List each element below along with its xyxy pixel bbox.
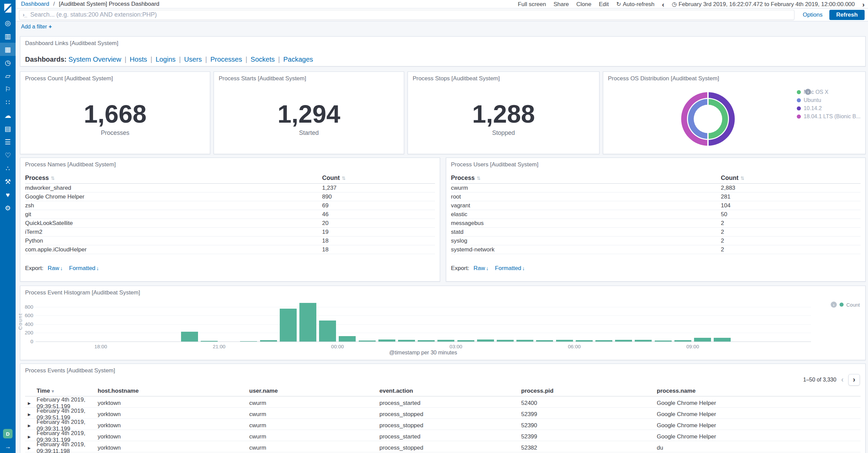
sidebar-item-management[interactable]: ⚙	[0, 201, 16, 214]
sidebar-item-canvas[interactable]: ▱	[0, 69, 16, 82]
sidebar-item-machine-learning[interactable]: ∷	[0, 96, 16, 109]
table-row[interactable]: statd2	[451, 228, 861, 236]
histogram-bar[interactable]	[714, 338, 731, 342]
dashboard-link-system-overview[interactable]: System Overview	[68, 56, 121, 63]
sidebar-item-apm[interactable]: ☰	[0, 135, 16, 148]
legend-item-mac-os-x[interactable]: Mac OS X	[797, 88, 861, 96]
table-row[interactable]: root281	[451, 192, 861, 201]
sidebar-item-graph[interactable]: ∴	[0, 162, 16, 175]
sidebar-item-maps[interactable]: ⚐	[0, 82, 16, 96]
dashboard-link-packages[interactable]: Packages	[283, 56, 313, 63]
table-row[interactable]: ▶February 4th 2019, 09:39:51.199yorktown…	[25, 408, 861, 419]
export-raw-link[interactable]: Raw↓	[474, 265, 489, 271]
sidebar-item-visualize[interactable]: ▥	[0, 29, 16, 43]
table-row[interactable]: iTerm219	[25, 228, 435, 236]
sidebar-item-monitoring[interactable]: ♥	[0, 188, 16, 201]
histogram-bar[interactable]	[181, 332, 198, 342]
histogram-bar[interactable]	[437, 340, 454, 342]
column-event-action[interactable]: event.action	[379, 388, 521, 394]
sidebar-item-infrastructure[interactable]: ☁	[0, 109, 16, 122]
table-row[interactable]: ▶February 4th 2019, 09:39:31.199yorktown…	[25, 419, 861, 430]
full-screen-button[interactable]: Full screen	[518, 1, 546, 8]
share-button[interactable]: Share	[553, 1, 569, 8]
histogram-bar[interactable]	[536, 340, 553, 342]
histogram-bar[interactable]	[457, 340, 474, 342]
search-input[interactable]	[30, 11, 791, 18]
column-time[interactable]: Time▾	[37, 388, 98, 394]
export-formatted-link[interactable]: Formatted↓	[69, 265, 99, 271]
kibana-logo[interactable]	[0, 0, 16, 16]
column-count[interactable]: Count⇅	[721, 174, 861, 182]
table-row[interactable]: vagrant104	[451, 201, 861, 210]
sidebar-collapse-icon[interactable]: →	[0, 443, 16, 450]
sidebar-item-dashboard[interactable]: ▦	[0, 43, 16, 56]
legend-item-10-14-2[interactable]: 10.14.2	[797, 104, 861, 112]
legend-expand-icon[interactable]: ›	[831, 302, 837, 308]
table-row[interactable]: ▶February 4th 2019, 09:39:31.199yorktown…	[25, 430, 861, 441]
column-user-name[interactable]: user.name	[249, 388, 379, 394]
column-count[interactable]: Count⇅	[322, 174, 435, 182]
refresh-button[interactable]: Refresh	[829, 10, 865, 20]
table-row[interactable]: com.apple.iCloudHelper18	[25, 245, 435, 254]
previous-page-button[interactable]: ‹	[841, 375, 844, 384]
histogram-bar[interactable]	[595, 340, 612, 342]
table-row[interactable]: ▶February 4th 2019, 09:39:51.199yorktown…	[25, 396, 861, 408]
legend-item-ubuntu[interactable]: Ubuntu	[797, 96, 861, 104]
histogram-bar[interactable]	[418, 340, 435, 342]
column-process-pid[interactable]: process.pid	[521, 388, 657, 394]
dashboard-link-sockets[interactable]: Sockets	[251, 56, 275, 63]
histogram-bar[interactable]	[615, 340, 632, 342]
legend-item-18-04-1-lts-bionic-b[interactable]: 18.04.1 LTS (Bionic B...	[797, 112, 861, 121]
table-row[interactable]: systemd-network2	[451, 245, 861, 254]
clone-button[interactable]: Clone	[576, 1, 591, 8]
table-row[interactable]: git46	[25, 210, 435, 219]
sidebar-item-discover[interactable]: ◎	[0, 16, 16, 29]
dashboard-link-logins[interactable]: Logins	[156, 56, 176, 63]
table-row[interactable]: syslog2	[451, 236, 861, 245]
table-row[interactable]: elastic50	[451, 210, 861, 219]
column-process-name[interactable]: process.name	[657, 388, 861, 394]
sidebar-item-uptime[interactable]: ♡	[0, 148, 16, 162]
expand-row-icon[interactable]: ▶	[28, 446, 37, 450]
histogram-bar[interactable]	[359, 341, 376, 342]
options-link[interactable]: Options	[803, 12, 823, 18]
dashboard-link-hosts[interactable]: Hosts	[130, 56, 147, 63]
auto-refresh-button[interactable]: ↻Auto-refresh	[616, 1, 655, 8]
histogram-bar[interactable]	[299, 303, 316, 342]
column-process[interactable]: Process⇅	[25, 174, 322, 182]
table-row[interactable]: messagebus2	[451, 219, 861, 228]
histogram-bar[interactable]	[280, 309, 297, 342]
histogram-bar[interactable]	[556, 340, 573, 342]
histogram-plot[interactable]: 020040060080018:0021:0000:0003:0006:0009…	[20, 286, 865, 360]
table-row[interactable]: ▶February 4th 2019, 09:39:11.198yorktown…	[25, 441, 861, 452]
time-range-picker[interactable]: ◷February 3rd 2019, 16:22:07.472 to Febr…	[672, 1, 855, 8]
time-forward-button[interactable]: ›	[862, 0, 865, 8]
next-page-button[interactable]: ›	[848, 374, 860, 386]
edit-button[interactable]: Edit	[599, 1, 609, 8]
histogram-bar[interactable]	[635, 340, 652, 342]
table-row[interactable]: Python18	[25, 236, 435, 245]
dashboard-link-processes[interactable]: Processes	[211, 56, 242, 63]
histogram-bar[interactable]	[516, 340, 533, 342]
histogram-bar[interactable]	[477, 339, 494, 342]
histogram-bar[interactable]	[201, 341, 218, 342]
histogram-bar[interactable]	[398, 340, 415, 342]
expand-row-icon[interactable]: ▶	[28, 424, 37, 428]
histogram-bar[interactable]	[240, 341, 257, 342]
column-host-hostname[interactable]: host.hostname	[98, 388, 249, 394]
histogram-bar[interactable]	[497, 340, 514, 342]
table-row[interactable]: cwurm2,883	[451, 184, 861, 192]
histogram-bar[interactable]	[576, 340, 593, 342]
table-row[interactable]: Google Chrome Helper890	[25, 192, 435, 201]
histogram-bar[interactable]	[694, 338, 711, 342]
histogram-bar[interactable]	[339, 336, 356, 342]
table-row[interactable]: mdworker_shared1,237	[25, 184, 435, 192]
column-process[interactable]: Process⇅	[451, 174, 721, 182]
os-donut-chart[interactable]	[681, 92, 735, 146]
sidebar-item-dev-tools[interactable]: ⚒	[0, 175, 16, 188]
sidebar-item-timelion[interactable]: ◷	[0, 56, 16, 69]
breadcrumb-dashboard-link[interactable]: Dashboard	[21, 1, 49, 7]
histogram-bar[interactable]	[655, 341, 672, 342]
histogram-bar[interactable]	[378, 339, 395, 342]
export-formatted-link[interactable]: Formatted↓	[495, 265, 525, 271]
